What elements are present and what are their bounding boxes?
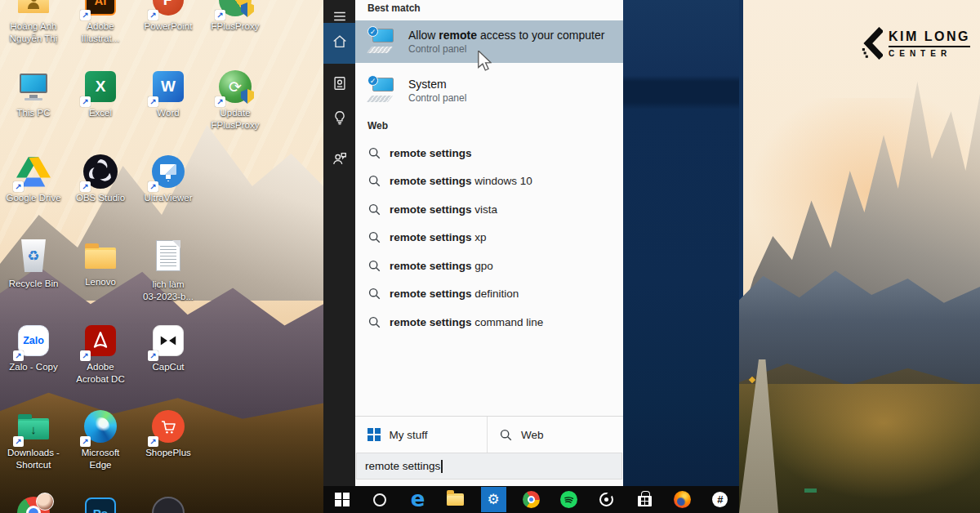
system-control-panel-icon: ✓ xyxy=(366,28,397,56)
road-sign-green xyxy=(804,488,817,493)
dark-circle-icon xyxy=(150,495,186,513)
desktop-icon-capcut[interactable]: ↗CapCut xyxy=(135,323,202,373)
desktop-icon-label: This PC xyxy=(0,107,67,119)
desktop-icon-microsoft-edge[interactable]: ↗MicrosoftEdge xyxy=(67,408,134,471)
result-subtitle: Control panel xyxy=(408,92,466,104)
my-stuff-label: My stuff xyxy=(390,429,428,441)
capcut-icon: ↗ xyxy=(150,323,186,359)
desktop-icon-powerpoint[interactable]: P↗PowerPoint xyxy=(135,0,202,33)
desktop-icon-label: MicrosoftEdge xyxy=(67,447,134,471)
shortcut-arrow-icon: ↗ xyxy=(148,10,158,20)
taskbar-spotify-button[interactable] xyxy=(550,486,588,513)
text-caret xyxy=(441,460,443,473)
desktop-icon-label: ShopePlus xyxy=(135,447,202,459)
desktop-icon-word[interactable]: W↗Word xyxy=(135,69,202,119)
desktop-icon-shopeplus[interactable]: ↗ShopePlus xyxy=(135,408,202,459)
sidebar-item-home[interactable] xyxy=(323,23,355,64)
sidebar-item-feedback[interactable] xyxy=(323,144,355,176)
web-suggestion[interactable]: remote settings command line xyxy=(355,308,623,337)
web-button[interactable]: Web xyxy=(488,417,623,453)
taskbar-microsoft-store-button[interactable] xyxy=(626,486,663,513)
desktop-icon-lenovo-folder[interactable]: Lenovo xyxy=(67,238,134,288)
taskbar-start-button[interactable] xyxy=(323,486,361,513)
web-button-label: Web xyxy=(521,429,544,441)
my-stuff-button[interactable]: My stuff xyxy=(355,417,488,453)
shortcut-arrow-icon: ↗ xyxy=(13,181,24,192)
kim-long-chevron-icon xyxy=(862,27,883,60)
search-input-value: remote settings xyxy=(365,460,440,472)
web-suggestion[interactable]: remote settings vista xyxy=(355,195,623,224)
desktop-icon-adobe-acrobat-dc[interactable]: ↗AdobeAcrobat DC xyxy=(67,323,134,385)
desktop-icon-google-drive[interactable]: ↗Google Drive xyxy=(0,154,67,204)
windows-start-icon xyxy=(335,493,350,507)
search-input[interactable]: remote settings xyxy=(356,453,622,480)
taskbar-chrome-button[interactable] xyxy=(512,486,550,513)
gear-icon: ⚙ xyxy=(481,487,506,512)
desktop-icon-label: Google Drive xyxy=(0,192,67,204)
start-menu-backdrop xyxy=(623,0,739,486)
web-suggestion[interactable]: remote settings xp xyxy=(355,224,623,252)
screenshot-root: Hoàng AnhNguyễn ThịAi↗AdobeIllustrat...P… xyxy=(0,0,980,513)
taskbar-file-explorer-button[interactable] xyxy=(437,486,474,513)
desktop-icon-fplusproxy[interactable]: ↗FPlusProxy xyxy=(202,0,269,33)
desktop-icon-zalo-copy[interactable]: Zalo↗Zalo - Copy xyxy=(0,323,67,373)
web-suggestion[interactable]: remote settings definition xyxy=(355,280,623,309)
sidebar-item-notebook[interactable] xyxy=(323,69,355,101)
desktop-icon-label: Word xyxy=(135,107,202,119)
desktop-icon-photoshop[interactable]: Ps xyxy=(67,495,134,513)
desktop-icon-chrome-profile[interactable] xyxy=(0,495,67,513)
sidebar-item-lightbulb[interactable] xyxy=(323,103,355,136)
desktop-icon-this-pc[interactable]: This PC xyxy=(0,69,67,119)
suggestion-text: remote settings definition xyxy=(390,288,519,300)
desktop-icon-update-fplusproxy[interactable]: ⟳↗UpdateFPlusProxy xyxy=(202,69,269,131)
desktop-icon-ultraviewer[interactable]: ↗UltraViewer xyxy=(135,154,202,204)
taskbar-edge-button[interactable]: e xyxy=(399,486,437,513)
shortcut-arrow-icon: ↗ xyxy=(13,436,24,447)
chrome-icon xyxy=(523,491,540,508)
taskbar-sharp-app-button[interactable]: # xyxy=(702,486,739,513)
result-system[interactable]: ✓ System Control panel xyxy=(355,69,623,112)
desktop-icon-adobe-illustrator[interactable]: Ai↗AdobeIllustrat... xyxy=(67,0,134,44)
desktop-icon-user-folder[interactable]: Hoàng AnhNguyễn Thị xyxy=(0,0,67,44)
web-suggestion[interactable]: remote settings xyxy=(355,139,623,167)
desktop-icon-unknown-app[interactable] xyxy=(135,495,202,513)
acrobat-icon: ↗ xyxy=(82,323,118,359)
desktop-icon-schedule-document[interactable]: lịch làm03-2023-b... xyxy=(135,238,202,302)
document-icon xyxy=(150,240,186,276)
desktop-icon-excel[interactable]: X↗Excel xyxy=(67,69,134,119)
web-suggestion-list: remote settingsremote settings windows 1… xyxy=(355,139,623,337)
desktop-icon-label: UltraViewer xyxy=(135,192,202,204)
taskbar-settings-button[interactable]: ⚙ xyxy=(474,486,512,513)
desktop-icon-label: Lenovo xyxy=(67,276,134,288)
shortcut-arrow-icon: ↗ xyxy=(148,96,158,107)
kim-long-center-logo: KIM LONG CENTER xyxy=(862,27,970,60)
desktop-icon-label: Excel xyxy=(67,107,134,119)
system-control-panel-icon: ✓ xyxy=(366,77,397,105)
search-sidebar xyxy=(323,0,355,486)
web-section-header: Web xyxy=(368,120,388,132)
zalo-icon: Zalo↗ xyxy=(16,323,51,359)
taskbar-screen-recorder-button[interactable] xyxy=(588,486,626,513)
thispc-icon xyxy=(16,69,51,105)
taskbar-cortana-button[interactable] xyxy=(361,486,399,513)
result-subtitle: Control panel xyxy=(408,43,604,55)
logo-line1: KIM LONG xyxy=(889,29,970,47)
firefox-icon xyxy=(674,491,691,508)
desktop-icon-label: AdobeAcrobat DC xyxy=(67,361,134,385)
desktop-icon-label: AdobeIllustrat... xyxy=(67,20,134,44)
taskbar-firefox-button[interactable] xyxy=(663,486,701,513)
desktop-icon-downloads-shortcut[interactable]: ↓↗Downloads -Shortcut xyxy=(0,408,67,471)
search-icon xyxy=(368,203,381,216)
home-icon xyxy=(332,33,348,53)
folder-icon xyxy=(82,238,118,274)
search-icon xyxy=(368,260,381,272)
desktop-icon-label: lịch làm03-2023-b... xyxy=(135,279,202,302)
desktop-icon-obs-studio[interactable]: ↗OBS Studio xyxy=(67,154,134,204)
result-title: Allow remote access to your computer xyxy=(408,29,604,42)
web-suggestion[interactable]: remote settings windows 10 xyxy=(355,167,623,196)
taskbar: e⚙# xyxy=(323,486,739,513)
web-suggestion[interactable]: remote settings gpo xyxy=(355,252,623,280)
gdrive-icon: ↗ xyxy=(16,154,51,190)
search-icon xyxy=(368,231,381,243)
desktop-icon-recycle-bin[interactable]: ♻Recycle Bin xyxy=(0,238,67,290)
